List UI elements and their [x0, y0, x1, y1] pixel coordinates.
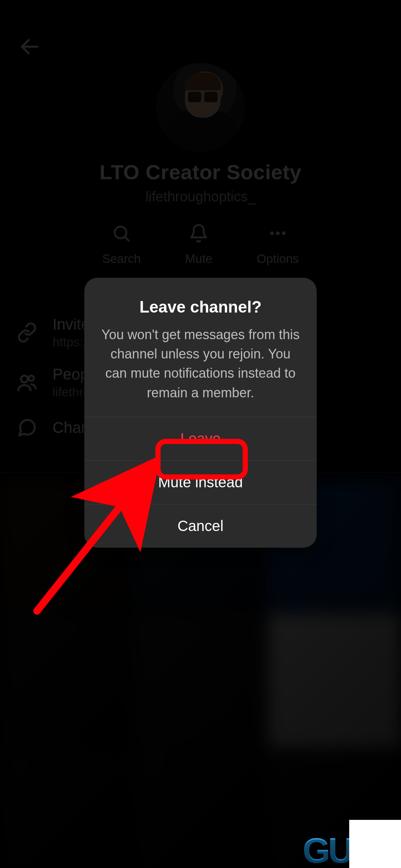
leave-channel-dialog: Leave channel? You won't get messages fr…	[84, 278, 317, 548]
watermark-block	[349, 820, 401, 868]
mute-instead-button[interactable]: Mute instead	[84, 460, 317, 504]
watermark-logo: GU	[303, 837, 351, 865]
dialog-body: You won't get messages from this channel…	[101, 325, 300, 403]
cancel-button[interactable]: Cancel	[84, 504, 317, 548]
watermark: GADGETS GU	[303, 820, 401, 868]
dialog-title: Leave channel?	[101, 298, 300, 316]
leave-button[interactable]: Leave	[84, 417, 317, 460]
